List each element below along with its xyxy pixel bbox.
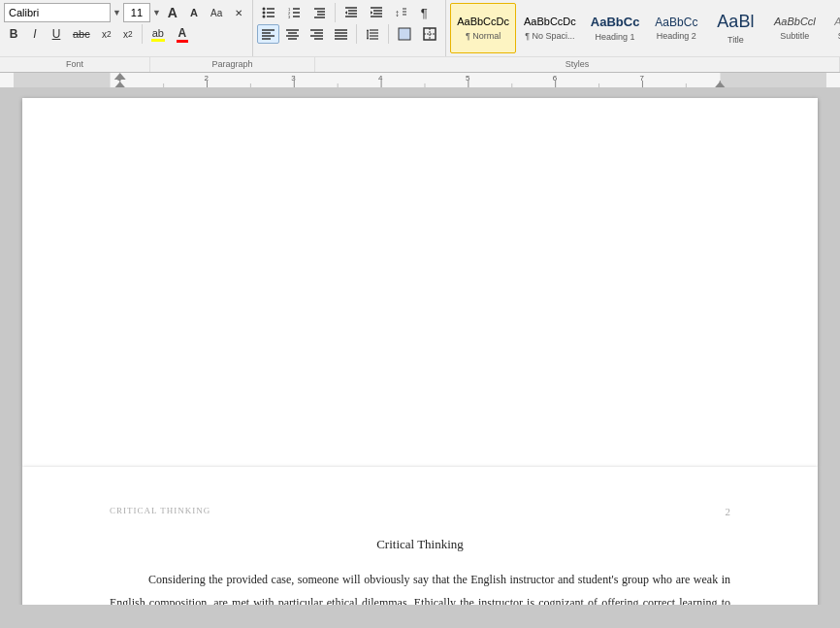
style-heading2-preview: AaBbCc [655, 16, 697, 29]
styles-group: AaBbCcDc ¶ Normal AaBbCcDc ¶ No Spaci...… [446, 0, 840, 56]
style-title-preview: AaBl [717, 12, 754, 33]
font-size-input[interactable] [123, 3, 150, 22]
svg-point-3 [263, 8, 266, 11]
numbering-button[interactable]: 123 [282, 3, 306, 22]
ruler: 1 2 3 4 5 6 7 [0, 73, 840, 88]
italic-button[interactable]: I [25, 24, 45, 44]
page-2-header: CRITICAL THINKING 2 [110, 506, 730, 517]
style-heading2[interactable]: AaBbCc Heading 2 [647, 3, 705, 53]
style-heading1-label: Heading 1 [596, 32, 635, 42]
underline-button[interactable]: U [47, 24, 66, 44]
show-marks-button[interactable]: ¶ [414, 3, 434, 22]
superscript-button[interactable]: x2 [118, 24, 138, 44]
ribbon-labels: Font Paragraph Styles [0, 56, 840, 72]
style-normal-label: ¶ Normal [466, 31, 501, 41]
paragraph-group: 123 ↕ ¶ [253, 0, 446, 56]
separator [335, 3, 336, 22]
font-grow-button[interactable]: A [163, 3, 182, 22]
font-shrink-button[interactable]: A [184, 3, 204, 22]
svg-text:↕: ↕ [395, 8, 400, 18]
align-left-button[interactable] [257, 24, 279, 44]
style-subtle-preview: AaBbCc [834, 16, 840, 28]
sort-button[interactable]: ↕ [390, 3, 412, 22]
subscript-button[interactable]: x2 [97, 24, 116, 44]
justify-button[interactable] [330, 24, 352, 44]
document-body: Considering the provided case, someone w… [110, 568, 730, 605]
style-subtitle[interactable]: AaBbCcl Subtitle [765, 3, 824, 53]
svg-text:6: 6 [553, 74, 558, 83]
style-heading1[interactable]: AaBbCc Heading 1 [584, 3, 647, 53]
style-subtle[interactable]: AaBbCc Subtle... [824, 3, 840, 53]
document-title: Critical Thinking [110, 537, 730, 552]
decrease-indent-button[interactable] [339, 3, 363, 22]
line-spacing-button[interactable] [361, 24, 384, 44]
svg-text:3: 3 [291, 74, 296, 83]
clear-format-button[interactable]: ✕ [229, 3, 248, 22]
style-subtitle-label: Subtitle [780, 31, 809, 41]
font-group: ▼ ▼ A A Aa ✕ B I U abc x2 x2 ab [0, 0, 253, 56]
case-button[interactable]: Aa [206, 3, 227, 22]
font-group-label: Font [0, 57, 150, 72]
svg-point-5 [263, 16, 266, 18]
separator [388, 24, 389, 44]
highlight-button[interactable]: ab [146, 24, 170, 44]
svg-rect-53 [720, 73, 826, 87]
style-nospacing-label: ¶ No Spaci... [525, 31, 574, 41]
svg-text:2: 2 [205, 74, 210, 83]
styles-group-label: Styles [315, 57, 840, 72]
style-title[interactable]: AaBl Title [706, 3, 764, 53]
increase-indent-button[interactable] [365, 3, 388, 22]
page-number: 2 [726, 506, 731, 517]
style-nospacing-preview: AaBbCcDc [524, 16, 576, 28]
body-paragraph-1: Considering the provided case, someone w… [110, 568, 730, 605]
font-size-dropdown-icon[interactable]: ▼ [152, 8, 161, 17]
border-button[interactable] [418, 24, 441, 44]
svg-text:5: 5 [466, 74, 470, 83]
page-header-text: CRITICAL THINKING [110, 506, 210, 515]
font-color-button[interactable]: A [172, 24, 193, 44]
svg-rect-48 [399, 28, 410, 40]
svg-rect-54 [111, 73, 721, 87]
style-normal-preview: AaBbCcDc [457, 16, 509, 28]
bullets-button[interactable] [257, 3, 280, 22]
style-subtitle-preview: AaBbCcl [774, 16, 816, 28]
separator [142, 24, 143, 44]
svg-point-4 [263, 12, 266, 15]
shading-button[interactable] [393, 24, 416, 44]
svg-text:7: 7 [639, 74, 644, 83]
align-right-button[interactable] [306, 24, 328, 44]
separator [356, 24, 357, 44]
font-name-dropdown-icon[interactable]: ▼ [113, 8, 121, 17]
svg-text:3: 3 [288, 15, 291, 19]
multilevel-button[interactable] [307, 3, 331, 22]
style-normal[interactable]: AaBbCcDc ¶ Normal [450, 3, 516, 53]
style-heading2-label: Heading 2 [657, 31, 696, 41]
style-heading1-preview: AaBbCc [591, 15, 640, 30]
page-2: CRITICAL THINKING 2 Critical Thinking Co… [22, 467, 818, 605]
style-title-label: Title [727, 35, 744, 45]
svg-text:4: 4 [378, 74, 383, 83]
align-center-button[interactable] [281, 24, 304, 44]
svg-rect-52 [14, 73, 111, 87]
font-name-input[interactable] [4, 3, 111, 22]
strikethrough-button[interactable]: abc [68, 24, 95, 44]
ribbon: ▼ ▼ A A Aa ✕ B I U abc x2 x2 ab [0, 0, 840, 73]
paragraph-group-label: Paragraph [150, 57, 315, 72]
document-area: CRITICAL THINKING 2 Critical Thinking Co… [0, 88, 840, 605]
page-1 [22, 98, 818, 467]
bold-button[interactable]: B [4, 24, 23, 44]
style-nospacing[interactable]: AaBbCcDc ¶ No Spaci... [517, 3, 583, 53]
ruler-svg: 1 2 3 4 5 6 7 [14, 73, 826, 88]
